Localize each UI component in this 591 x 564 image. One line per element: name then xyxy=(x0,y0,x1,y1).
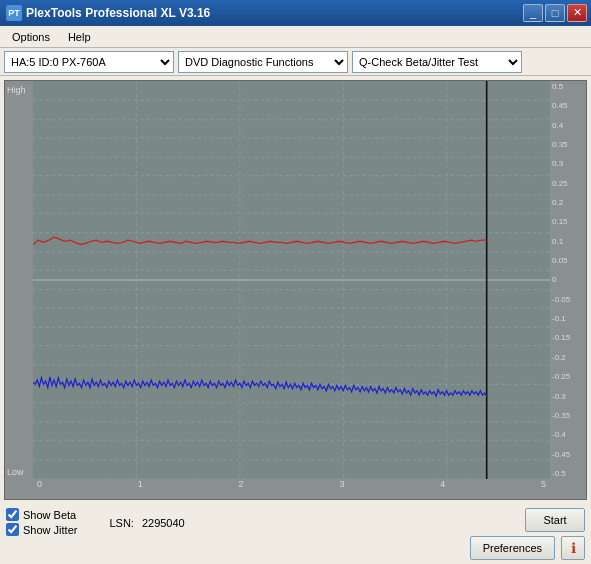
lsn-info: LSN: 2295040 xyxy=(109,517,184,529)
show-jitter-label: Show Jitter xyxy=(23,524,77,536)
left-controls: Show Beta Show Jitter LSN: 2295040 xyxy=(6,508,185,536)
show-beta-label: Show Beta xyxy=(23,509,76,521)
y-axis-right: 0.5 0.45 0.4 0.35 0.3 0.25 0.2 0.15 0.1 … xyxy=(550,81,586,479)
title-bar-left: PT PlexTools Professional XL V3.16 xyxy=(6,5,210,21)
title-bar: PT PlexTools Professional XL V3.16 _ □ ✕ xyxy=(0,0,591,26)
start-button[interactable]: Start xyxy=(525,508,585,532)
x-axis: 0 1 2 3 4 5 xyxy=(33,479,550,497)
preferences-button[interactable]: Preferences xyxy=(470,536,555,560)
close-button[interactable]: ✕ xyxy=(567,4,587,22)
main-content: High Low xyxy=(0,76,591,564)
y-label-high: High xyxy=(7,85,26,95)
lsn-value: 2295040 xyxy=(142,517,185,529)
drive-select[interactable]: HA:5 ID:0 PX-760A xyxy=(4,51,174,73)
checkboxes: Show Beta Show Jitter xyxy=(6,508,77,536)
chart-svg xyxy=(33,81,550,479)
menu-options[interactable]: Options xyxy=(4,29,58,45)
buttons-right: Start xyxy=(525,508,585,532)
bottom-bar: Show Beta Show Jitter LSN: 2295040 Start xyxy=(0,504,591,564)
function-select[interactable]: DVD Diagnostic Functions xyxy=(178,51,348,73)
menu-help[interactable]: Help xyxy=(60,29,99,45)
checkboxes-and-lsn: Show Beta Show Jitter LSN: 2295040 xyxy=(6,508,185,536)
y-label-low: Low xyxy=(7,467,24,477)
title-text: PlexTools Professional XL V3.16 xyxy=(26,6,210,20)
test-select[interactable]: Q-Check Beta/Jitter Test xyxy=(352,51,522,73)
lsn-label: LSN: xyxy=(109,517,133,529)
title-bar-buttons: _ □ ✕ xyxy=(523,4,587,22)
toolbar: HA:5 ID:0 PX-760A DVD Diagnostic Functio… xyxy=(0,48,591,76)
chart-plot xyxy=(33,81,550,479)
minimize-button[interactable]: _ xyxy=(523,4,543,22)
menu-bar: Options Help xyxy=(0,26,591,48)
bottom-controls: Show Beta Show Jitter LSN: 2295040 Start xyxy=(6,508,585,536)
show-jitter-row: Show Jitter xyxy=(6,523,77,536)
show-jitter-checkbox[interactable] xyxy=(6,523,19,536)
show-beta-checkbox[interactable] xyxy=(6,508,19,521)
app-icon: PT xyxy=(6,5,22,21)
second-row: Preferences ℹ xyxy=(6,536,585,560)
chart-container: High Low xyxy=(4,80,587,500)
show-beta-row: Show Beta xyxy=(6,508,77,521)
info-button[interactable]: ℹ xyxy=(561,536,585,560)
maximize-button[interactable]: □ xyxy=(545,4,565,22)
